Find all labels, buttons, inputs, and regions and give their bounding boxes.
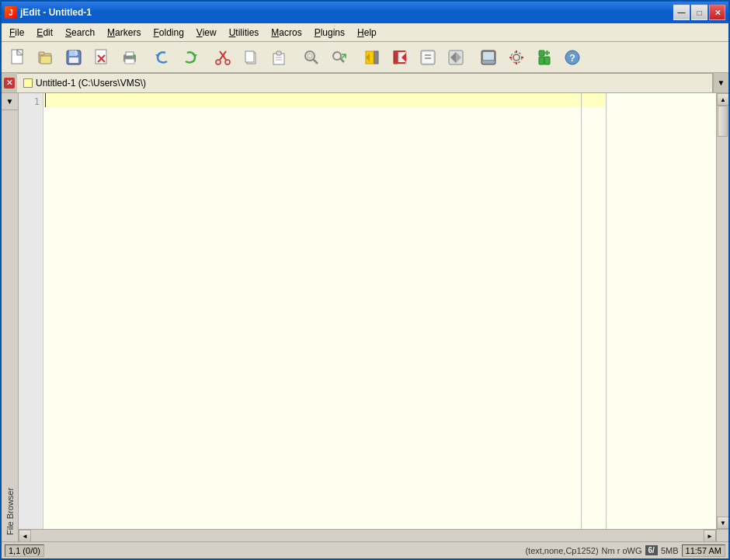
cut-button[interactable]: [210, 44, 236, 71]
svg-point-52: [513, 54, 520, 61]
tab-close-x-icon[interactable]: ✕: [4, 78, 15, 89]
file-browser-label[interactable]: File Browser: [2, 110, 18, 541]
line-number-1: 1: [19, 95, 40, 109]
h-scroll-track[interactable]: [31, 530, 704, 541]
svg-rect-5: [40, 56, 51, 64]
maximize-button[interactable]: □: [691, 5, 707, 20]
svg-point-31: [308, 54, 312, 58]
encoding-status: (text,none,Cp1252): [525, 546, 598, 555]
save-icon: [65, 49, 82, 66]
help-btn-button[interactable]: ?: [559, 44, 586, 71]
minimize-button[interactable]: —: [673, 5, 690, 20]
abbrev-icon: [480, 49, 497, 66]
app-icon: J: [5, 6, 17, 19]
close-doc-button[interactable]: [89, 44, 115, 71]
scroll-left-button[interactable]: ◄: [19, 530, 31, 541]
svg-rect-59: [544, 57, 550, 64]
editor-body: 1 ▲ ▼: [19, 93, 728, 529]
replace-button[interactable]: [326, 44, 353, 71]
new-button[interactable]: [5, 44, 31, 71]
cursor-line: [43, 93, 606, 107]
editor-text-area[interactable]: [43, 93, 606, 529]
right-panel: [606, 93, 716, 529]
close-button[interactable]: ✕: [709, 5, 725, 20]
scroll-thumb[interactable]: [718, 106, 728, 137]
scroll-right-button[interactable]: ►: [704, 530, 716, 541]
svg-line-33: [340, 58, 344, 62]
menu-bar: File Edit Search Markers Folding View Ut…: [2, 23, 728, 42]
print-button[interactable]: [116, 44, 143, 71]
time-status: 11:57 AM: [682, 544, 725, 557]
cursor-caret: [45, 93, 46, 107]
undo-icon: [154, 49, 171, 66]
svg-text:?: ?: [569, 52, 575, 64]
menu-utilities[interactable]: Utilities: [223, 26, 266, 40]
new-icon: [9, 49, 26, 66]
menu-search[interactable]: Search: [59, 26, 101, 40]
svg-rect-60: [539, 50, 544, 56]
cursor-position: 1,1 (0/0): [5, 544, 44, 557]
undo-button[interactable]: [149, 44, 176, 71]
redo-button[interactable]: [177, 44, 203, 71]
svg-point-21: [216, 60, 221, 64]
marker-area-left-button[interactable]: [415, 44, 441, 71]
scroll-track[interactable]: [717, 106, 728, 517]
svg-rect-24: [245, 51, 254, 62]
scroll-up-button[interactable]: ▲: [717, 93, 728, 106]
replace-icon: [331, 49, 348, 66]
marker-next-button[interactable]: [387, 44, 413, 71]
svg-rect-35: [374, 51, 378, 64]
paste-button[interactable]: [266, 44, 292, 71]
svg-rect-50: [483, 52, 494, 60]
tab-close-button[interactable]: ✕: [2, 73, 17, 92]
tab-label: Untitled-1 (C:\Users\VMS\): [36, 78, 146, 89]
print-icon: [121, 49, 138, 66]
open-button[interactable]: [33, 44, 59, 71]
cut-icon: [214, 49, 231, 66]
plugin-manager-button[interactable]: [531, 44, 558, 71]
svg-point-22: [225, 60, 230, 64]
settings-button[interactable]: [503, 44, 530, 71]
find-button[interactable]: [298, 44, 325, 71]
tab-dropdown-button[interactable]: ▼: [713, 73, 728, 92]
menu-edit[interactable]: Edit: [30, 26, 59, 40]
menu-markers[interactable]: Markers: [101, 26, 147, 40]
marker-next-icon: [391, 49, 408, 66]
title-bar-buttons: — □ ✕: [673, 5, 725, 20]
svg-rect-43: [422, 52, 433, 63]
wg-badge: 6/: [645, 545, 658, 555]
menu-view[interactable]: View: [190, 26, 223, 40]
active-tab[interactable]: Untitled-1 (C:\Users\VMS\): [17, 73, 713, 92]
save-button[interactable]: [61, 44, 87, 71]
vertical-scrollbar[interactable]: ▲ ▼: [716, 93, 728, 529]
marker-area-right-button[interactable]: [443, 44, 469, 71]
svg-rect-37: [394, 51, 398, 64]
line-numbers: 1: [19, 93, 43, 529]
svg-marker-18: [193, 54, 197, 57]
menu-file[interactable]: File: [3, 26, 30, 40]
marker-prev-icon: [363, 49, 381, 66]
toolbar: ?: [2, 42, 728, 73]
menu-plugins[interactable]: Plugins: [308, 26, 351, 40]
copy-button[interactable]: [238, 44, 264, 71]
marker-area-left-icon: [419, 49, 436, 66]
tab-bar: ✕ Untitled-1 (C:\Users\VMS\) ▼: [2, 73, 728, 93]
menu-macros[interactable]: Macros: [265, 26, 308, 40]
status-bar: 1,1 (0/0) (text,none,Cp1252) Nm r oWG 6/…: [2, 541, 728, 558]
marker-area-right-icon: [447, 49, 464, 66]
plugin-manager-icon: [536, 49, 553, 66]
open-icon: [37, 49, 54, 66]
mode-status: Nm r oWG: [602, 546, 642, 555]
sidebar-collapse-button[interactable]: ▼: [2, 93, 19, 110]
marker-prev-button[interactable]: [359, 44, 385, 71]
svg-line-30: [313, 59, 318, 64]
paste-icon: [270, 49, 287, 66]
svg-rect-58: [539, 57, 544, 64]
window-title: jEdit - Untitled-1: [20, 7, 92, 18]
abbrev-button[interactable]: [475, 44, 502, 71]
svg-rect-9: [75, 51, 78, 55]
scroll-down-button[interactable]: ▼: [717, 517, 728, 529]
menu-help[interactable]: Help: [351, 26, 383, 40]
editor-container: 1 ▲ ▼: [19, 93, 728, 541]
menu-folding[interactable]: Folding: [147, 26, 189, 40]
